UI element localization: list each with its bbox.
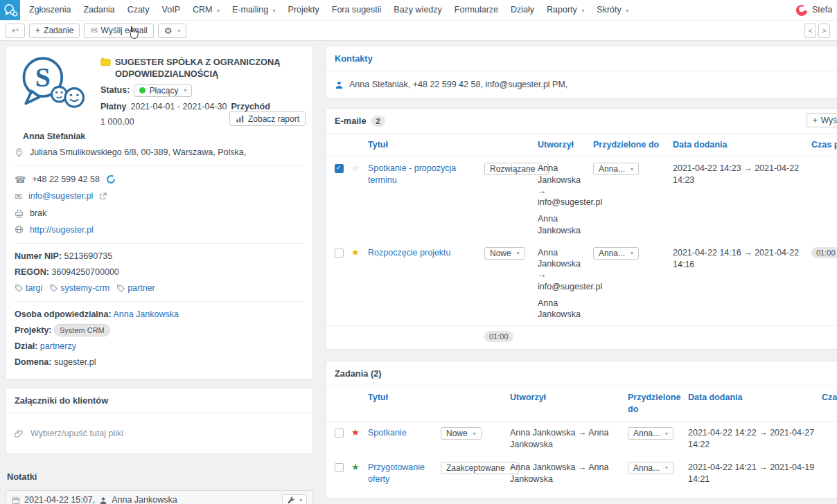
wrench-icon bbox=[287, 496, 295, 504]
client-phone: +48 22 599 42 58 bbox=[32, 174, 100, 186]
external-link-icon[interactable] bbox=[99, 192, 107, 200]
column-header[interactable]: Tytuł bbox=[368, 139, 484, 151]
column-header[interactable]: Przydzielone do bbox=[593, 139, 673, 151]
paid-label: Płatny bbox=[100, 101, 127, 113]
main-content: S SUGESTER SPÓŁKA Z OGRANICZO bbox=[0, 41, 837, 504]
send-email-button[interactable]: ✉Wyślij e-mail bbox=[84, 24, 153, 38]
checkbox[interactable] bbox=[335, 164, 344, 173]
nav-item-czaty[interactable]: Czaty bbox=[121, 4, 156, 16]
contacts-title: Kontakty bbox=[326, 46, 837, 71]
nav-item-bazy-wiedzy[interactable]: Bazy wiedzy bbox=[387, 4, 448, 16]
app-logo[interactable] bbox=[0, 0, 20, 20]
send-email-button[interactable]: +Wyślij e-mail bbox=[807, 113, 837, 127]
folder-icon bbox=[100, 57, 111, 66]
task-title-link[interactable]: Przygotowanie oferty bbox=[368, 462, 425, 484]
email-title-link[interactable]: Rozpoczęcie projektu bbox=[368, 248, 451, 258]
add-task-button[interactable]: +Zadanie bbox=[29, 24, 80, 38]
tag-link[interactable]: targi bbox=[26, 282, 42, 294]
chevron-down-icon: ▾ bbox=[626, 8, 628, 14]
domain-value: sugester.pl bbox=[54, 357, 96, 367]
settings-button[interactable]: ⚙▾ bbox=[158, 24, 187, 38]
column-header[interactable]: Czas pracy bbox=[822, 392, 837, 404]
nav-item-zgloszenia[interactable]: Zgłoszenia bbox=[23, 4, 77, 16]
status-dot bbox=[139, 87, 146, 93]
column-header[interactable]: Data dodania bbox=[688, 392, 822, 404]
chevron-down-icon: ▾ bbox=[184, 87, 186, 93]
email-time-badge: 01:00 bbox=[811, 247, 837, 258]
nav-item-formularze[interactable]: Formularze bbox=[448, 4, 504, 16]
task-title-link[interactable]: Spotkanie bbox=[368, 428, 407, 438]
nav-item-crm[interactable]: CRM ▾ bbox=[186, 4, 226, 16]
email-assigned-dropdown[interactable]: Anna...▾ bbox=[593, 247, 639, 260]
calendar-icon bbox=[12, 496, 20, 504]
nav-item-dzialy[interactable]: Działy bbox=[504, 4, 540, 16]
nav-item-projekty[interactable]: Projekty bbox=[282, 4, 326, 16]
note-item: 2021-04-22 15:07, Anna Jankowska ▾ Ofert… bbox=[6, 490, 313, 504]
chevron-down-icon: ▾ bbox=[517, 250, 520, 256]
task-dates: 2021-04-22 14:21 → 2021-04-19 14:21 bbox=[688, 462, 822, 485]
owner-link[interactable]: Anna Jankowska bbox=[113, 309, 179, 319]
checkbox[interactable] bbox=[335, 429, 344, 438]
status-dropdown[interactable]: Płacący ▾ bbox=[134, 84, 192, 97]
record-pager: < > bbox=[804, 24, 831, 38]
regon-label: REGON: bbox=[15, 267, 49, 277]
column-header[interactable]: Utworzył bbox=[510, 392, 628, 404]
column-header[interactable]: Utworzył bbox=[538, 139, 593, 151]
client-avatar: S bbox=[15, 53, 91, 128]
back-button[interactable]: ↩ bbox=[6, 24, 25, 38]
nav-item-emailing[interactable]: E-mailing ▾ bbox=[226, 4, 282, 16]
task-status-dropdown[interactable]: Nowe▾ bbox=[441, 427, 482, 440]
email-assigned-dropdown[interactable]: Anna...▾ bbox=[593, 163, 639, 175]
email-status-dropdown[interactable]: Nowe▾ bbox=[484, 247, 525, 260]
chevron-down-icon: ▾ bbox=[581, 8, 584, 14]
email-dates: 2021-04-22 14:16 → 2021-04-22 14:16 bbox=[673, 247, 811, 271]
star-icon[interactable]: ☆ bbox=[351, 163, 360, 173]
person-icon bbox=[335, 80, 344, 89]
gear-icon: ⚙ bbox=[164, 26, 173, 36]
tag-link[interactable]: systemy-crm bbox=[60, 282, 109, 294]
main-nav: Zgłoszenia Zadania Czaty VoIP CRM ▾ E-ma… bbox=[23, 4, 635, 16]
right-column: Kontakty Anna Stefaniak, +48 22 599 42 5… bbox=[326, 46, 837, 504]
top-nav: Zgłoszenia Zadania Czaty VoIP CRM ▾ E-ma… bbox=[0, 0, 837, 20]
star-icon[interactable]: ★ bbox=[351, 462, 360, 472]
dept-link[interactable]: partnerzy bbox=[40, 341, 76, 351]
dept-label: Dział: bbox=[15, 341, 37, 351]
nav-item-fora-sugestii[interactable]: Fora sugestii bbox=[326, 4, 388, 16]
emails-count-badge: 2 bbox=[371, 116, 385, 127]
prev-record-button[interactable]: < bbox=[804, 24, 816, 38]
emails-title: E-maile bbox=[335, 115, 367, 127]
star-icon[interactable]: ★ bbox=[351, 247, 360, 258]
tag-link[interactable]: partner bbox=[127, 282, 155, 294]
client-tags: targi systemy-crm partner bbox=[15, 280, 304, 296]
file-dropzone[interactable]: Wybierz/upuść tutaj pliki bbox=[6, 413, 312, 453]
checkbox[interactable] bbox=[335, 249, 344, 258]
client-email-link[interactable]: info@sugester.pl bbox=[28, 190, 93, 202]
column-header[interactable]: Data dodania bbox=[673, 139, 811, 151]
task-assigned-dropdown[interactable]: Anna...▾ bbox=[628, 462, 673, 474]
sugester-avatar-logo: S bbox=[17, 53, 89, 117]
income-label: Przychód bbox=[231, 101, 270, 113]
column-header[interactable]: Czas pracy bbox=[811, 139, 837, 151]
email-title-link[interactable]: Spotkanie - propozycja terminu bbox=[368, 163, 456, 185]
column-header[interactable]: Tytuł bbox=[368, 392, 441, 404]
client-website-link[interactable]: http://sugester.pl bbox=[30, 224, 94, 236]
task-assigned-dropdown[interactable]: Anna...▾ bbox=[628, 427, 673, 440]
voip-call-icon[interactable] bbox=[106, 174, 116, 184]
chevron-down-icon: ▾ bbox=[273, 8, 276, 14]
task-status-dropdown[interactable]: Zaakceptowane▾ bbox=[441, 462, 519, 474]
nav-item-voip[interactable]: VoIP bbox=[156, 4, 186, 16]
checkbox[interactable] bbox=[335, 463, 344, 472]
regon-value: 36094250700000 bbox=[51, 267, 118, 277]
note-actions-button[interactable]: ▾ bbox=[282, 494, 307, 504]
column-header[interactable]: Przydzielone do bbox=[628, 392, 688, 415]
star-icon[interactable]: ★ bbox=[351, 427, 360, 438]
nav-item-raporty[interactable]: Raporty ▾ bbox=[540, 4, 590, 16]
next-record-button[interactable]: > bbox=[818, 24, 830, 38]
client-card: S SUGESTER SPÓŁKA Z OGRANICZO bbox=[6, 46, 313, 379]
account-menu[interactable]: Stefa bbox=[795, 4, 837, 17]
nav-item-zadania[interactable]: Zadania bbox=[77, 4, 121, 16]
task-row: ★ Przygotowanie oferty Zaakceptowane▾ An… bbox=[326, 456, 837, 491]
nav-item-skroty[interactable]: Skróty ▾ bbox=[590, 4, 635, 16]
report-button[interactable]: Zobacz raport bbox=[229, 111, 306, 126]
paid-range: 2021-04-01 - 2021-04-30 bbox=[131, 101, 227, 113]
